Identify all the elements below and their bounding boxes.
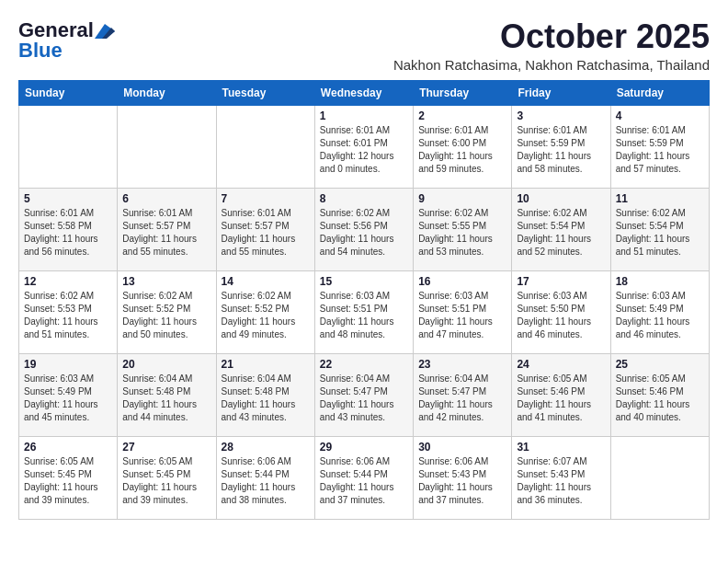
day-info: Sunrise: 6:02 AM Sunset: 5:56 PM Dayligh… (320, 207, 408, 259)
calendar-cell: 23Sunrise: 6:04 AM Sunset: 5:47 PM Dayli… (414, 353, 512, 436)
day-info: Sunrise: 6:07 AM Sunset: 5:43 PM Dayligh… (517, 455, 605, 507)
calendar-cell: 1Sunrise: 6:01 AM Sunset: 6:01 PM Daylig… (314, 105, 413, 188)
day-number: 17 (517, 275, 605, 288)
day-number: 2 (418, 109, 506, 122)
day-info: Sunrise: 6:05 AM Sunset: 5:45 PM Dayligh… (24, 455, 112, 507)
calendar-cell: 17Sunrise: 6:03 AM Sunset: 5:50 PM Dayli… (512, 270, 610, 353)
day-number: 31 (517, 441, 605, 454)
day-number: 13 (122, 275, 210, 288)
day-number: 25 (616, 358, 704, 371)
calendar-cell: 3Sunrise: 6:01 AM Sunset: 5:59 PM Daylig… (512, 105, 610, 188)
calendar-cell: 30Sunrise: 6:06 AM Sunset: 5:43 PM Dayli… (414, 436, 512, 519)
page-header: General Blue October 2025 Nakhon Ratchas… (18, 18, 710, 73)
day-number: 28 (222, 441, 310, 454)
day-number: 15 (320, 275, 408, 288)
calendar-cell: 24Sunrise: 6:05 AM Sunset: 5:46 PM Dayli… (512, 353, 610, 436)
calendar-cell: 25Sunrise: 6:05 AM Sunset: 5:46 PM Dayli… (610, 353, 709, 436)
day-info: Sunrise: 6:02 AM Sunset: 5:54 PM Dayligh… (517, 207, 605, 259)
header-saturday: Saturday (610, 80, 709, 105)
day-number: 6 (122, 192, 210, 205)
calendar-cell (610, 436, 709, 519)
day-number: 22 (320, 358, 408, 371)
day-info: Sunrise: 6:04 AM Sunset: 5:47 PM Dayligh… (320, 373, 408, 424)
header-tuesday: Tuesday (216, 80, 314, 105)
day-number: 19 (24, 358, 112, 371)
day-info: Sunrise: 6:02 AM Sunset: 5:55 PM Dayligh… (418, 207, 506, 259)
logo: General Blue (18, 18, 116, 63)
calendar-cell: 26Sunrise: 6:05 AM Sunset: 5:45 PM Dayli… (19, 436, 118, 519)
calendar-cell: 28Sunrise: 6:06 AM Sunset: 5:44 PM Dayli… (216, 436, 314, 519)
day-info: Sunrise: 6:03 AM Sunset: 5:50 PM Dayligh… (517, 290, 605, 341)
day-number: 27 (122, 441, 210, 454)
day-info: Sunrise: 6:04 AM Sunset: 5:47 PM Dayligh… (418, 373, 506, 424)
day-info: Sunrise: 6:05 AM Sunset: 5:45 PM Dayligh… (122, 455, 210, 507)
day-number: 5 (24, 192, 112, 205)
day-info: Sunrise: 6:02 AM Sunset: 5:52 PM Dayligh… (122, 290, 210, 341)
day-number: 29 (320, 441, 408, 454)
calendar-cell: 18Sunrise: 6:03 AM Sunset: 5:49 PM Dayli… (610, 270, 709, 353)
calendar-cell: 5Sunrise: 6:01 AM Sunset: 5:58 PM Daylig… (19, 188, 118, 270)
day-number: 24 (517, 358, 605, 371)
day-number: 16 (418, 275, 506, 288)
logo-blue: Blue (18, 39, 63, 63)
day-number: 12 (24, 275, 112, 288)
day-info: Sunrise: 6:01 AM Sunset: 6:00 PM Dayligh… (418, 124, 506, 176)
calendar-cell: 29Sunrise: 6:06 AM Sunset: 5:44 PM Dayli… (314, 436, 413, 519)
day-info: Sunrise: 6:05 AM Sunset: 5:46 PM Dayligh… (616, 373, 704, 424)
calendar-cell: 27Sunrise: 6:05 AM Sunset: 5:45 PM Dayli… (118, 436, 216, 519)
calendar-cell: 11Sunrise: 6:02 AM Sunset: 5:54 PM Dayli… (610, 188, 709, 270)
calendar-cell: 19Sunrise: 6:03 AM Sunset: 5:49 PM Dayli… (19, 353, 118, 436)
day-number: 11 (616, 192, 704, 205)
day-info: Sunrise: 6:02 AM Sunset: 5:53 PM Dayligh… (24, 290, 112, 341)
day-info: Sunrise: 6:03 AM Sunset: 5:51 PM Dayligh… (320, 290, 408, 341)
calendar-cell: 16Sunrise: 6:03 AM Sunset: 5:51 PM Dayli… (414, 270, 512, 353)
calendar-cell: 13Sunrise: 6:02 AM Sunset: 5:52 PM Dayli… (118, 270, 216, 353)
calendar-cell: 6Sunrise: 6:01 AM Sunset: 5:57 PM Daylig… (118, 188, 216, 270)
day-info: Sunrise: 6:01 AM Sunset: 5:58 PM Dayligh… (24, 207, 112, 259)
day-info: Sunrise: 6:06 AM Sunset: 5:44 PM Dayligh… (222, 455, 310, 507)
location-title: Nakhon Ratchasima, Nakhon Ratchasima, Th… (393, 57, 710, 73)
day-info: Sunrise: 6:03 AM Sunset: 5:49 PM Dayligh… (24, 373, 112, 424)
calendar-row-1: 5Sunrise: 6:01 AM Sunset: 5:58 PM Daylig… (19, 188, 710, 270)
day-number: 20 (122, 358, 210, 371)
calendar-cell: 15Sunrise: 6:03 AM Sunset: 5:51 PM Dayli… (314, 270, 413, 353)
header-thursday: Thursday (414, 80, 512, 105)
header-wednesday: Wednesday (314, 80, 413, 105)
calendar-cell: 10Sunrise: 6:02 AM Sunset: 5:54 PM Dayli… (512, 188, 610, 270)
title-section: October 2025 Nakhon Ratchasima, Nakhon R… (393, 18, 710, 73)
calendar-cell: 9Sunrise: 6:02 AM Sunset: 5:55 PM Daylig… (414, 188, 512, 270)
day-info: Sunrise: 6:03 AM Sunset: 5:49 PM Dayligh… (616, 290, 704, 341)
calendar-cell: 31Sunrise: 6:07 AM Sunset: 5:43 PM Dayli… (512, 436, 610, 519)
calendar-cell: 2Sunrise: 6:01 AM Sunset: 6:00 PM Daylig… (414, 105, 512, 188)
header-friday: Friday (512, 80, 610, 105)
calendar-cell: 14Sunrise: 6:02 AM Sunset: 5:52 PM Dayli… (216, 270, 314, 353)
day-number: 26 (24, 441, 112, 454)
calendar-cell (19, 105, 118, 188)
day-number: 30 (418, 441, 506, 454)
month-title: October 2025 (393, 18, 710, 55)
calendar-cell: 22Sunrise: 6:04 AM Sunset: 5:47 PM Dayli… (314, 353, 413, 436)
day-number: 1 (320, 109, 408, 122)
day-info: Sunrise: 6:03 AM Sunset: 5:51 PM Dayligh… (418, 290, 506, 341)
day-info: Sunrise: 6:01 AM Sunset: 5:59 PM Dayligh… (517, 124, 605, 176)
day-number: 7 (222, 192, 310, 205)
calendar-cell: 21Sunrise: 6:04 AM Sunset: 5:48 PM Dayli… (216, 353, 314, 436)
day-number: 4 (616, 109, 704, 122)
day-number: 3 (517, 109, 605, 122)
calendar-row-0: 1Sunrise: 6:01 AM Sunset: 6:01 PM Daylig… (19, 105, 710, 188)
header-monday: Monday (118, 80, 216, 105)
day-info: Sunrise: 6:01 AM Sunset: 5:59 PM Dayligh… (616, 124, 704, 176)
calendar-cell: 8Sunrise: 6:02 AM Sunset: 5:56 PM Daylig… (314, 188, 413, 270)
day-info: Sunrise: 6:01 AM Sunset: 5:57 PM Dayligh… (222, 207, 310, 259)
day-number: 21 (222, 358, 310, 371)
day-number: 9 (418, 192, 506, 205)
calendar-cell: 4Sunrise: 6:01 AM Sunset: 5:59 PM Daylig… (610, 105, 709, 188)
day-info: Sunrise: 6:06 AM Sunset: 5:43 PM Dayligh… (418, 455, 506, 507)
calendar-cell (216, 105, 314, 188)
day-info: Sunrise: 6:06 AM Sunset: 5:44 PM Dayligh… (320, 455, 408, 507)
day-info: Sunrise: 6:02 AM Sunset: 5:52 PM Dayligh… (222, 290, 310, 341)
day-number: 23 (418, 358, 506, 371)
weekday-header-row: Sunday Monday Tuesday Wednesday Thursday… (19, 80, 710, 105)
calendar-row-2: 12Sunrise: 6:02 AM Sunset: 5:53 PM Dayli… (19, 270, 710, 353)
calendar-cell: 20Sunrise: 6:04 AM Sunset: 5:48 PM Dayli… (118, 353, 216, 436)
